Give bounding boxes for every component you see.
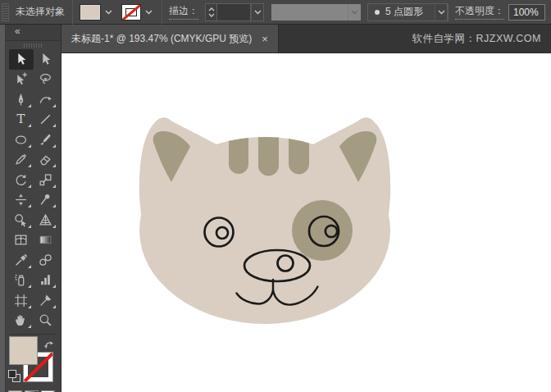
mesh-tool[interactable]: [9, 230, 34, 251]
panel-collapse-button[interactable]: «: [6, 25, 61, 41]
artboard-tool[interactable]: [9, 290, 34, 311]
blend-tool[interactable]: [34, 250, 58, 271]
slice-tool[interactable]: [34, 290, 58, 311]
selection-tool[interactable]: [9, 49, 34, 70]
lasso-tool[interactable]: [34, 70, 58, 90]
stroke-dropdown-chevron-icon[interactable]: [143, 5, 154, 20]
brush-definition-dropdown[interactable]: 5 点圆形: [367, 3, 449, 21]
pencil-tool[interactable]: [9, 150, 34, 171]
document-tab-title: 未标题-1* @ 193.47% (CMYK/GPU 预览): [71, 32, 252, 46]
stroke-panel-link[interactable]: 描边：: [169, 4, 198, 20]
gradient-tool[interactable]: [34, 230, 58, 251]
opacity-panel-link[interactable]: 不透明度：: [455, 4, 504, 20]
zoom-tool[interactable]: [34, 311, 58, 331]
direct-selection-tool[interactable]: [34, 49, 58, 70]
puppet-warp-tool[interactable]: [34, 190, 58, 211]
artboard-canvas[interactable]: [61, 53, 551, 392]
group-selection-tool[interactable]: [9, 70, 34, 90]
fill-stroke-controls: [6, 337, 61, 392]
brush-name-label: 5 点圆形: [385, 5, 435, 19]
symbol-sprayer-tool[interactable]: [9, 271, 34, 291]
rotate-tool[interactable]: [9, 170, 34, 190]
pen-tool[interactable]: [9, 89, 34, 110]
default-fill-stroke-icon[interactable]: [8, 370, 20, 382]
tools-panel: « T: [6, 25, 61, 392]
eraser-tool[interactable]: [34, 150, 58, 171]
paintbrush-tool[interactable]: [34, 130, 58, 150]
document-tab-bar: 未标题-1* @ 193.47% (CMYK/GPU 预览) × 软件自学网：R…: [61, 25, 551, 53]
opacity-input[interactable]: 100%: [508, 4, 545, 21]
stroke-weight-input[interactable]: [216, 3, 251, 21]
width-profile-chevron-icon[interactable]: [348, 4, 361, 21]
width-profile-dropdown[interactable]: [271, 4, 348, 21]
curvature-tool[interactable]: [34, 89, 58, 110]
divider: [11, 334, 56, 335]
selection-status-label: 未选择对象: [16, 5, 65, 19]
tools-dock: « T: [0, 25, 61, 392]
panel-drag-handle[interactable]: [6, 41, 61, 49]
svg-text:T: T: [17, 112, 25, 126]
swap-fill-stroke-icon[interactable]: [43, 338, 54, 353]
perspective-grid-tool[interactable]: [34, 210, 58, 230]
fill-swatch[interactable]: [10, 337, 37, 364]
stroke-weight-dropdown-chevron-icon[interactable]: [251, 3, 264, 21]
panel-grip-handle[interactable]: [2, 3, 9, 21]
separator: [162, 0, 162, 25]
separator: [72, 0, 73, 25]
document-tab[interactable]: 未标题-1* @ 193.47% (CMYK/GPU 预览) ×: [61, 25, 279, 52]
illustrator-window: 未选择对象 描边： 5 点圆形 不透明度：: [0, 0, 551, 392]
shape-builder-tool[interactable]: [9, 210, 34, 230]
brush-dropdown-chevron-icon[interactable]: [435, 3, 448, 21]
tab-close-icon[interactable]: ×: [262, 33, 268, 45]
dock-edge: [0, 25, 6, 392]
stroke-none-swatch[interactable]: [122, 5, 140, 20]
fill-dropdown-chevron-icon[interactable]: [102, 5, 114, 20]
column-graph-tool[interactable]: [34, 271, 58, 291]
cat-face-artwork: [61, 53, 551, 392]
eyedropper-tool[interactable]: [9, 250, 34, 271]
watermark-text: 软件自学网：RJZXW.COM: [412, 32, 551, 46]
control-bar: 未选择对象 描边： 5 点圆形 不透明度：: [0, 0, 551, 25]
width-tool[interactable]: [9, 190, 34, 211]
brush-stroke-preview-icon: [375, 10, 380, 15]
tool-grid: T: [6, 49, 61, 330]
scale-tool[interactable]: [34, 170, 58, 190]
fill-color-swatch[interactable]: [80, 5, 100, 20]
stroke-weight-stepper[interactable]: [205, 3, 216, 21]
line-segment-tool[interactable]: [34, 110, 58, 130]
ellipse-tool[interactable]: [9, 130, 34, 150]
type-tool[interactable]: T: [9, 110, 34, 130]
hand-tool[interactable]: [9, 311, 34, 331]
